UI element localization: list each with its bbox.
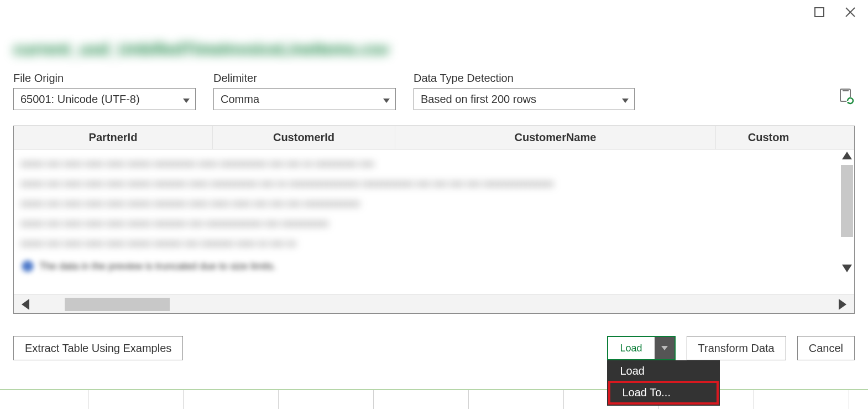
table-row: xxxxx xxx xxxx xxxx xxxx xxxxx xxxxxxx x… [20,194,848,214]
column-header-customername[interactable]: CustomerName [395,126,716,149]
table-row: xxxxx xxx xxxx xxxx xxxx xxxxx xxxxxx xx… [20,234,848,253]
titlebar [0,0,868,24]
chevron-down-icon [622,93,629,106]
maximize-button[interactable] [812,4,827,20]
file-origin-value: 65001: Unicode (UTF-8) [20,93,140,106]
horizontal-scroll-thumb[interactable] [65,298,170,311]
datatype-dropdown[interactable]: Based on first 200 rows [414,88,635,110]
horizontal-scrollbar[interactable] [14,294,854,313]
transform-data-button[interactable]: Transform Data [687,336,786,360]
scroll-right-icon[interactable] [839,299,846,310]
menu-item-load-to[interactable]: Load To... [608,381,719,405]
info-text: The data in the preview is truncated due… [39,261,276,272]
svg-marker-5 [622,99,629,103]
svg-marker-14 [839,299,846,310]
footer-buttons: Extract Table Using Examples Load Load L… [13,336,855,360]
chevron-down-icon [383,93,390,106]
chevron-down-icon [661,346,668,350]
extract-table-button[interactable]: Extract Table Using Examples [13,336,183,360]
column-header-customerid[interactable]: CustomerId [213,126,395,149]
grid-header: PartnerId CustomerId CustomerName Custom [14,126,854,149]
load-dropdown-caret[interactable] [655,337,674,359]
scroll-up-icon[interactable] [842,152,852,159]
file-origin-label: File Origin [13,72,196,85]
delimiter-value: Comma [221,93,259,106]
table-row: xxxxx xxx xxxx xxxx xxxx xxxxx xxxxxxxxx… [20,154,848,174]
svg-rect-0 [815,8,824,17]
import-dialog: current_usd_UnbilledTimeInvoiceLineItems… [0,0,868,409]
datatype-value: Based on first 200 rows [421,93,536,106]
scroll-left-icon[interactable] [22,299,29,310]
controls-row: File Origin 65001: Unicode (UTF-8) Delim… [13,72,855,110]
load-dropdown-menu: Load Load To... [607,360,720,406]
preview-grid: PartnerId CustomerId CustomerName Custom… [13,126,855,314]
table-row: xxxxx xxx xxxx xxxx xxxx xxxxx xxxxxxx x… [20,174,848,194]
spreadsheet-background [0,389,868,409]
info-message: i The data in the preview is truncated d… [22,260,276,272]
scroll-down-icon[interactable] [842,265,852,272]
svg-marker-4 [383,99,390,103]
column-header-custom[interactable]: Custom [716,126,821,149]
chevron-down-icon [183,93,190,106]
svg-text:i: i [27,261,29,271]
file-origin-dropdown[interactable]: 65001: Unicode (UTF-8) [13,88,196,110]
delimiter-dropdown[interactable]: Comma [213,88,396,110]
svg-marker-13 [22,299,29,310]
svg-marker-3 [183,99,190,103]
load-button[interactable]: Load [608,337,655,359]
refresh-button[interactable] [839,89,855,108]
grid-body: xxxxx xxx xxxx xxxx xxxx xxxxx xxxxxxxxx… [14,149,854,294]
svg-marker-10 [842,265,852,272]
cancel-button[interactable]: Cancel [797,336,855,360]
column-header-partnerid[interactable]: PartnerId [14,126,213,149]
info-icon: i [22,260,34,272]
close-button[interactable] [843,4,858,20]
table-row: xxxxx xxx xxxx xxxx xxxx xxxxx xxxxxxx x… [20,214,848,234]
load-split-button[interactable]: Load [607,336,676,360]
menu-item-load[interactable]: Load [608,361,719,381]
svg-marker-15 [661,346,668,350]
svg-marker-9 [842,152,852,159]
filename-title: current_usd_UnbilledTimeInvoiceLineItems… [13,40,855,59]
vertical-scroll-thumb[interactable] [841,165,853,237]
delimiter-label: Delimiter [213,72,396,85]
blurred-data-rows: xxxxx xxx xxxx xxxx xxxx xxxxx xxxxxxxxx… [14,149,854,258]
datatype-label: Data Type Detection [414,72,635,85]
